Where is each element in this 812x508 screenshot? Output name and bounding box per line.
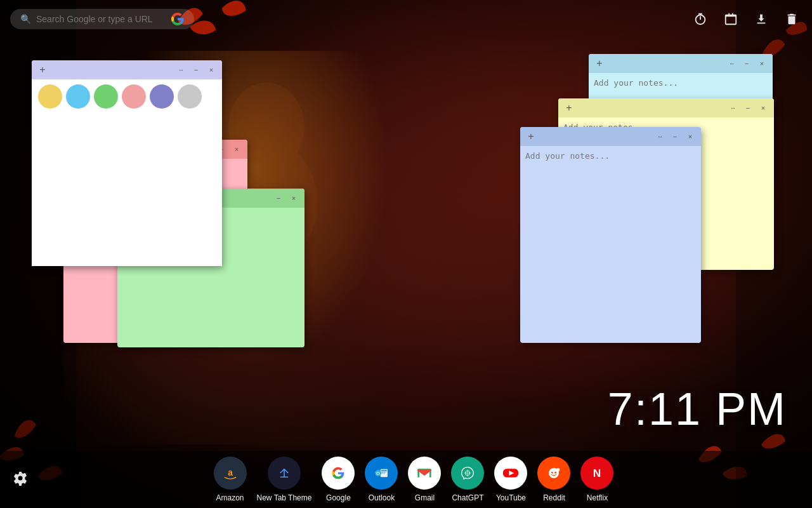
search-box[interactable]: 🔍 xyxy=(10,9,194,29)
netflix-icon: N xyxy=(580,457,613,490)
reddit-label: Reddit xyxy=(543,493,565,502)
search-input[interactable] xyxy=(36,14,166,24)
outlook-label: Outlook xyxy=(369,493,395,502)
dock-item-outlook[interactable]: O Outlook xyxy=(365,457,398,502)
gmail-icon xyxy=(408,457,441,490)
amazon-icon: a xyxy=(214,457,247,490)
note1-color-picker xyxy=(32,79,222,114)
note1-body[interactable] xyxy=(32,114,222,266)
svg-point-25 xyxy=(556,468,560,471)
note4-add-button[interactable]: + xyxy=(525,131,537,142)
svg-rect-11 xyxy=(381,472,387,472)
sticky-note-4: + ··· − × xyxy=(520,127,701,343)
color-dot-gray[interactable] xyxy=(178,84,202,109)
color-dot-yellow[interactable] xyxy=(38,84,62,109)
dock: a Amazon New Tab Theme xyxy=(214,457,614,502)
svg-text:N: N xyxy=(593,467,601,479)
note3-minimize-button[interactable]: − xyxy=(273,192,284,204)
clock-display: 7:11 PM xyxy=(608,383,787,435)
dock-item-gmail[interactable]: Gmail xyxy=(408,457,441,502)
color-dot-pink[interactable] xyxy=(122,84,146,109)
topbar: 🔍 xyxy=(0,0,812,38)
note1-add-button[interactable]: + xyxy=(37,64,48,76)
svg-point-26 xyxy=(552,472,553,473)
search-icon: 🔍 xyxy=(20,14,31,24)
topbar-icons xyxy=(690,9,802,29)
note4-header: + ··· − × xyxy=(520,127,701,146)
extensions-icon[interactable] xyxy=(721,9,741,29)
svg-point-27 xyxy=(555,472,556,473)
taskbar: a Amazon New Tab Theme xyxy=(0,451,812,508)
note6-menu-button[interactable]: ··· xyxy=(726,58,737,69)
youtube-label: YouTube xyxy=(496,493,526,502)
note5-menu-button[interactable]: ··· xyxy=(727,102,738,114)
chatgpt-label: ChatGPT xyxy=(452,493,483,502)
outlook-icon: O xyxy=(365,457,398,490)
note6-minimize-button[interactable]: − xyxy=(741,58,752,69)
note5-add-button[interactable]: + xyxy=(563,102,575,114)
note2-close-button[interactable]: × xyxy=(231,144,242,155)
note4-textarea[interactable] xyxy=(520,146,701,337)
sticky-note-1: + ··· − × xyxy=(32,60,222,266)
reddit-icon xyxy=(537,457,570,490)
note5-minimize-button[interactable]: − xyxy=(742,102,754,114)
amazon-label: Amazon xyxy=(216,493,244,502)
note6-close-button[interactable]: × xyxy=(756,58,768,69)
dock-item-netflix[interactable]: N Netflix xyxy=(580,457,613,502)
color-dot-green[interactable] xyxy=(94,84,118,109)
note4-close-button[interactable]: × xyxy=(684,131,696,142)
color-dot-blue[interactable] xyxy=(66,84,90,109)
note3-close-button[interactable]: × xyxy=(288,192,299,204)
dock-item-reddit[interactable]: Reddit xyxy=(537,457,570,502)
svg-text:a: a xyxy=(228,468,233,478)
svg-text:O: O xyxy=(377,471,381,476)
settings-button[interactable] xyxy=(13,471,28,489)
note1-menu-button[interactable]: ··· xyxy=(175,64,187,76)
youtube-icon xyxy=(494,457,527,490)
timer-icon[interactable] xyxy=(690,9,710,29)
note5-header: + ··· − × xyxy=(558,98,774,117)
dock-item-chatgpt[interactable]: ChatGPT xyxy=(451,457,484,502)
google-icon xyxy=(322,457,355,490)
dock-item-youtube[interactable]: YouTube xyxy=(494,457,527,502)
note4-menu-button[interactable]: ··· xyxy=(654,131,665,142)
google-label: Google xyxy=(326,493,351,502)
note1-header: + ··· − × xyxy=(32,60,222,79)
download-icon[interactable] xyxy=(751,9,771,29)
trash-icon[interactable] xyxy=(782,9,802,29)
dock-item-google[interactable]: Google xyxy=(322,457,355,502)
netflix-label: Netflix xyxy=(587,493,608,502)
chatgpt-icon xyxy=(451,457,484,490)
gmail-label: Gmail xyxy=(415,493,435,502)
google-logo xyxy=(171,13,184,25)
newtab-label: New Tab Theme xyxy=(257,493,312,502)
note6-header: + ··· − × xyxy=(589,54,773,73)
dock-item-newtab[interactable]: New Tab Theme xyxy=(257,457,312,502)
svg-rect-12 xyxy=(381,472,385,473)
newtab-icon xyxy=(268,457,301,490)
color-dot-purple[interactable] xyxy=(150,84,174,109)
note1-close-button[interactable]: × xyxy=(206,64,217,76)
note1-minimize-button[interactable]: − xyxy=(190,64,202,76)
note4-minimize-button[interactable]: − xyxy=(669,131,681,142)
svg-rect-10 xyxy=(381,470,387,471)
dock-item-amazon[interactable]: a Amazon xyxy=(214,457,247,502)
note6-add-button[interactable]: + xyxy=(594,58,605,69)
note5-close-button[interactable]: × xyxy=(757,102,769,114)
